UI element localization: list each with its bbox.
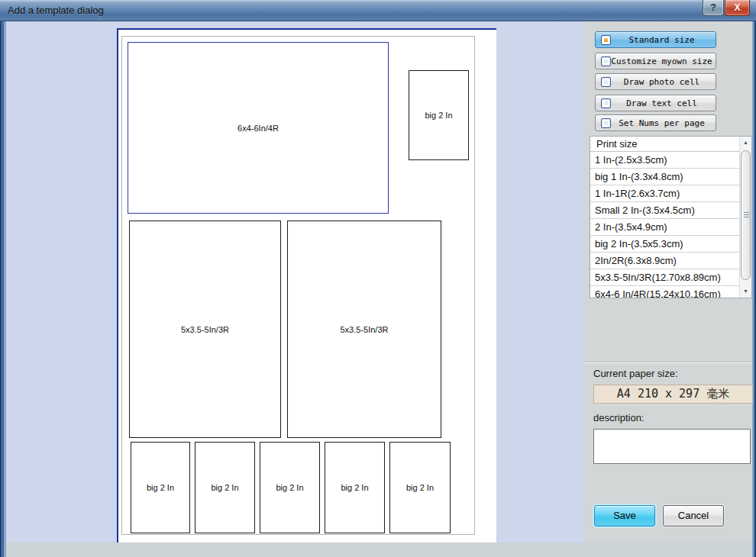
photo-cell[interactable]: big 2 In [389,442,451,533]
button-label: Draw text cell [611,98,716,108]
photo-cell[interactable]: 6x4-6In/4R [128,42,389,214]
add-template-dialog: Add a template dialog ? X 6x4-6In/4R big… [0,0,756,557]
set-nums-per-page-button[interactable]: Set Nums per page [595,114,716,131]
dialog-client-area: 6x4-6In/4R big 2 In 5x3.5-5In/3R 5x3.5-5… [6,21,752,557]
draw-text-cell-button[interactable]: Draw text cell [595,95,716,111]
photo-cell[interactable]: big 2 In [409,70,469,160]
list-scrollbar[interactable]: ▲ ▼ [739,137,751,298]
help-button[interactable]: ? [703,0,724,16]
print-size-item[interactable]: 2In/2R(6.3x8.9cm) [590,253,739,269]
photo-cell-label: 5x3.5-5In/3R [181,325,229,334]
close-icon: X [734,2,740,13]
print-size-item[interactable]: big 1 In-(3.3x4.8cm) [590,169,739,185]
photo-cell-label: big 2 In [276,483,303,492]
scroll-down-arrow-icon[interactable]: ▼ [740,285,751,298]
photo-cell-label: 5x3.5-5In/3R [341,325,389,334]
window-frame-right [752,21,756,557]
scroll-up-arrow-icon[interactable]: ▲ [740,137,751,149]
checkbox-icon [601,118,611,128]
save-button-label: Save [613,510,636,521]
photo-cell[interactable]: big 2 In [325,442,385,533]
photo-cell[interactable]: 5x3.5-5In/3R [129,221,281,438]
photo-cell[interactable]: big 2 In [131,442,190,533]
print-size-item[interactable]: Small 2 In-(3.5x4.5cm) [590,202,739,219]
close-button[interactable]: X [725,0,750,16]
checkbox-icon [601,56,611,66]
cancel-button-label: Cancel [678,510,709,521]
print-size-item[interactable]: 5x3.5-5In/3R(12.70x8.89cm) [590,269,739,286]
photo-cell[interactable]: big 2 In [260,442,320,533]
scrollbar-grip-icon [744,212,749,218]
photo-cell-label: big 2 In [147,483,174,492]
photo-cell-label: big 2 In [425,111,452,120]
bottom-strip [6,543,752,557]
standard-size-button[interactable]: Standard size [595,31,716,48]
customize-size-button[interactable]: Customize myown size [595,53,716,69]
print-size-list: Print size 1 In-(2.5x3.5cm) big 1 In-(3.… [590,136,752,298]
button-label: Set Nums per page [611,118,716,128]
print-size-item[interactable]: 2 In-(3.5x4.9cm) [590,219,739,236]
checkbox-icon [601,35,611,45]
description-label: description: [593,412,644,423]
sidebar: Standard size Customize myown size Draw … [584,21,752,543]
description-input[interactable] [593,429,751,464]
photo-cell-label: big 2 In [211,483,238,492]
photo-cell-label: 6x4-6In/4R [237,124,279,133]
page-viewport: 6x4-6In/4R big 2 In 5x3.5-5In/3R 5x3.5-5… [117,28,496,543]
photo-cell[interactable]: big 2 In [195,442,255,533]
print-size-list-header: Print size [590,137,739,152]
checkbox-icon [601,98,611,108]
checkbox-icon [601,77,611,87]
print-size-item[interactable]: big 2 In-(3.5x5.3cm) [590,236,739,253]
photo-cell-label: big 2 In [406,483,434,492]
current-paper-size-label: Current paper size: [593,368,678,379]
cancel-button[interactable]: Cancel [663,505,724,526]
title-bar[interactable]: Add a template dialog ? X [0,0,756,21]
button-label: Draw photo cell [611,77,716,87]
help-icon: ? [710,2,716,13]
sidebar-divider [584,362,752,363]
template-canvas[interactable]: 6x4-6In/4R big 2 In 5x3.5-5In/3R 5x3.5-5… [6,21,584,543]
scrollbar-thumb[interactable] [741,150,751,280]
print-size-item[interactable]: 1 In-(2.5x3.5cm) [590,152,739,169]
print-size-item[interactable]: 6x4-6 In/4R(15.24x10.16cm) [590,286,739,298]
button-label: Customize myown size [611,56,716,66]
print-size-item[interactable]: 1 In-1R(2.6x3.7cm) [590,185,739,202]
button-label: Standard size [611,35,716,45]
window-title: Add a template dialog [8,5,104,16]
photo-cell-label: big 2 In [341,483,368,492]
template-page[interactable]: 6x4-6In/4R big 2 In 5x3.5-5In/3R 5x3.5-5… [121,36,475,535]
window-frame-left [0,21,6,557]
save-button[interactable]: Save [594,505,655,526]
photo-cell[interactable]: 5x3.5-5In/3R [287,221,441,438]
draw-photo-cell-button[interactable]: Draw photo cell [595,73,716,90]
current-paper-size-value: A4 210 x 297 毫米 [593,385,753,404]
